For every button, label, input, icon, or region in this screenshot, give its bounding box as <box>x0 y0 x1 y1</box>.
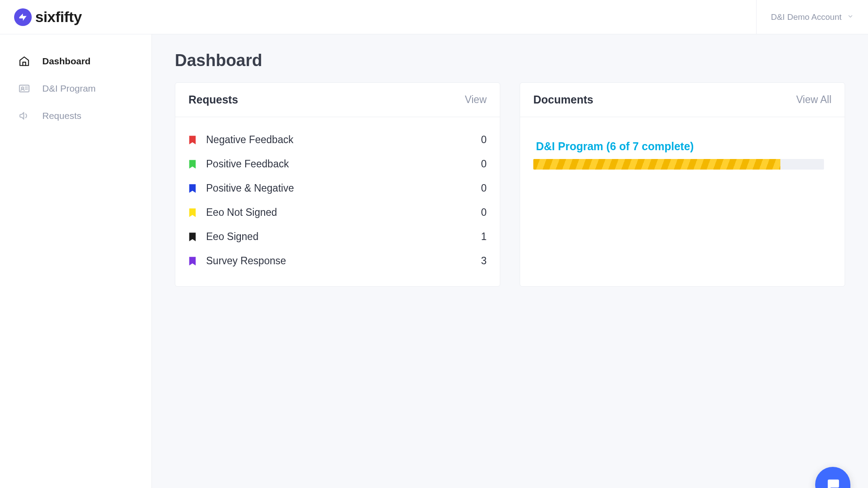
documents-body: D&I Program (6 of 7 complete) <box>520 117 845 183</box>
request-row[interactable]: Eeo Signed 1 <box>188 225 487 249</box>
sidebar: Dashboard D&I Program Requests <box>0 34 152 488</box>
documents-viewall-link[interactable]: View All <box>796 94 831 106</box>
topbar: sixfifty D&I Demo Account <box>0 0 868 34</box>
documents-card-header: Documents View All <box>520 83 845 117</box>
bookmark-icon <box>188 232 196 242</box>
request-label: Survey Response <box>206 255 481 267</box>
request-count: 0 <box>481 207 487 218</box>
bookmark-icon <box>188 184 196 193</box>
progress-bar <box>533 159 824 170</box>
request-label: Eeo Signed <box>206 231 481 243</box>
request-count: 3 <box>481 255 487 267</box>
cards-row: Requests View Negative Feedback 0 Positi… <box>175 82 845 287</box>
sidebar-item-label: D&I Program <box>42 83 96 94</box>
request-count: 0 <box>481 158 487 170</box>
sidebar-item-label: Requests <box>42 111 81 121</box>
brand-name: sixfifty <box>35 8 82 26</box>
requests-list: Negative Feedback 0 Positive Feedback 0 … <box>175 117 500 286</box>
request-count: 0 <box>481 134 487 146</box>
request-label: Negative Feedback <box>206 134 481 146</box>
brand-logo[interactable]: sixfifty <box>0 0 152 34</box>
bookmark-icon <box>188 135 196 145</box>
request-count: 0 <box>481 182 487 194</box>
requests-view-link[interactable]: View <box>465 94 487 106</box>
brand-logo-icon <box>14 8 32 26</box>
sidebar-item-di-program[interactable]: D&I Program <box>0 75 151 102</box>
request-label: Eeo Not Signed <box>206 207 481 218</box>
request-row[interactable]: Positive Feedback 0 <box>188 152 487 176</box>
id-card-icon <box>18 83 30 94</box>
main-content: Dashboard Requests View Negative Feedbac… <box>152 34 868 488</box>
chevron-down-icon <box>847 13 854 22</box>
request-label: Positive Feedback <box>206 158 481 170</box>
requests-card: Requests View Negative Feedback 0 Positi… <box>175 82 500 287</box>
request-label: Positive & Negative <box>206 182 481 194</box>
bookmark-icon <box>188 256 196 266</box>
requests-card-header: Requests View <box>175 83 500 117</box>
progress-fill <box>533 159 780 170</box>
request-row[interactable]: Survey Response 3 <box>188 249 487 273</box>
documents-card-title: Documents <box>533 93 593 106</box>
account-switcher[interactable]: D&I Demo Account <box>756 0 868 34</box>
documents-card: Documents View All D&I Program (6 of 7 c… <box>520 82 845 287</box>
sidebar-item-dashboard[interactable]: Dashboard <box>0 48 151 75</box>
request-row[interactable]: Eeo Not Signed 0 <box>188 200 487 225</box>
chat-icon <box>825 477 840 488</box>
page-title: Dashboard <box>175 51 845 70</box>
bookmark-icon <box>188 208 196 218</box>
request-row[interactable]: Positive & Negative 0 <box>188 176 487 200</box>
request-row[interactable]: Negative Feedback 0 <box>188 128 487 152</box>
sidebar-item-label: Dashboard <box>42 56 91 67</box>
bookmark-icon <box>188 159 196 169</box>
megaphone-icon <box>18 110 30 122</box>
sidebar-item-requests[interactable]: Requests <box>0 102 151 129</box>
home-icon <box>18 55 30 67</box>
account-label: D&I Demo Account <box>771 12 842 22</box>
requests-card-title: Requests <box>188 93 238 106</box>
request-count: 1 <box>481 231 487 243</box>
document-program-link[interactable]: D&I Program (6 of 7 complete) <box>533 140 831 153</box>
